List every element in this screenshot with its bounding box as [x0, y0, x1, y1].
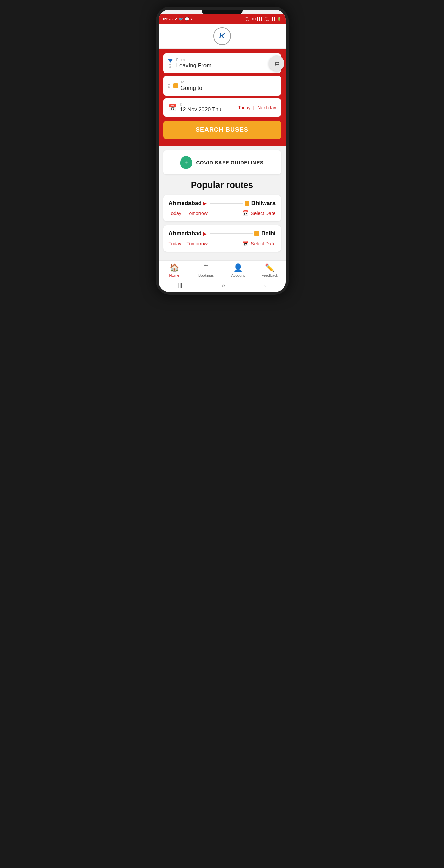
date-label: Date	[180, 102, 221, 107]
status-battery: 🔋	[277, 17, 281, 21]
logo-letter: K	[219, 32, 225, 41]
status-signal1: ▌▌▌	[257, 17, 263, 21]
android-back-btn[interactable]: ‹	[264, 283, 266, 289]
to-card[interactable]: To Going to	[163, 76, 281, 96]
route-today-btn-2[interactable]: Today	[169, 241, 181, 246]
route-from-2: Ahmedabad	[169, 230, 202, 237]
route-card-1[interactable]: Ahmedabad ▶ Bhilwara Today | Tomorrow 📅 …	[163, 195, 281, 221]
status-network2: Vo)LTE2	[264, 16, 271, 22]
next-day-button[interactable]: Next day	[257, 105, 276, 110]
status-dot: •	[191, 17, 192, 21]
nav-label-feedback: Feedback	[262, 273, 278, 277]
phone-notch	[202, 10, 243, 14]
search-buses-button[interactable]: SEARCH BUSES	[163, 121, 281, 139]
from-card[interactable]: From Leaving From ⇅	[163, 53, 281, 73]
nav-label-home: Home	[169, 273, 179, 277]
covid-guidelines-card[interactable]: + COVID SAFE GUIDELINES	[163, 150, 281, 174]
from-value: Leaving From	[176, 62, 212, 69]
route-select-date-1[interactable]: 📅 Select Date	[242, 210, 275, 216]
route-top-2: Ahmedabad ▶ Delhi	[169, 230, 276, 237]
app-header: K	[159, 24, 286, 49]
main-content: + COVID SAFE GUIDELINES Popular routes A…	[159, 146, 286, 260]
date-card[interactable]: 📅 Date 12 Nov 2020 Thu Today | Next day	[163, 98, 281, 117]
app-logo: K	[213, 27, 231, 45]
route-sep-1: |	[183, 211, 185, 216]
route-line-2	[210, 233, 253, 234]
route-dates-2: Today | Tomorrow	[169, 241, 208, 246]
route-sep-2: |	[183, 241, 185, 246]
account-icon: 👤	[233, 263, 243, 272]
status-right: Vo)LTE1 4G ▌▌▌ Vo)LTE2 ▌▌ 🔋	[245, 16, 281, 22]
status-4g: 4G	[252, 17, 256, 21]
nav-item-home[interactable]: 🏠 Home	[159, 263, 191, 277]
android-recent-btn[interactable]: |||	[178, 283, 182, 289]
route-from-1: Ahmedabad	[169, 200, 202, 207]
route-select-date-label-1: Select Date	[251, 211, 275, 216]
route-arrow-1: ▶	[203, 200, 207, 206]
status-bar: 09:28 ✔ 🐦 💬 • Vo)LTE1 4G ▌▌▌ Vo)LTE2 ▌▌ …	[159, 14, 286, 24]
android-home-btn[interactable]: ○	[221, 283, 225, 289]
from-dots	[169, 64, 171, 68]
route-calendar-icon-2: 📅	[242, 240, 249, 247]
to-value: Going to	[181, 85, 202, 92]
route-select-date-label-2: Select Date	[251, 241, 275, 246]
status-twitter-icon: 🐦	[179, 17, 183, 21]
swap-button[interactable]: ⇅	[269, 55, 284, 71]
date-actions: Today | Next day	[238, 105, 276, 110]
today-button[interactable]: Today	[238, 105, 250, 110]
status-left: 09:28 ✔ 🐦 💬 •	[163, 17, 192, 21]
date-divider: |	[253, 105, 255, 110]
route-bottom-1: Today | Tomorrow 📅 Select Date	[169, 210, 276, 216]
route-tomorrow-btn-1[interactable]: Tomorrow	[187, 211, 208, 216]
nav-label-account: Account	[231, 273, 245, 277]
feedback-icon: ✏️	[265, 263, 274, 272]
covid-text: COVID SAFE GUIDELINES	[196, 160, 263, 165]
bookings-icon: 🗒	[202, 263, 210, 272]
route-to-square-2	[254, 231, 259, 236]
date-left: 📅 Date 12 Nov 2020 Thu	[168, 102, 221, 113]
route-calendar-icon-1: 📅	[242, 210, 249, 216]
android-nav-bar: ||| ○ ‹	[159, 279, 286, 292]
bottom-nav: 🏠 Home 🗒 Bookings 👤 Account ✏️ Feedback	[159, 260, 286, 279]
status-signal2: ▌▌	[272, 17, 276, 21]
route-bottom-2: Today | Tomorrow 📅 Select Date	[169, 240, 276, 247]
hamburger-menu[interactable]	[164, 34, 171, 38]
nav-label-bookings: Bookings	[198, 273, 214, 277]
route-card-2[interactable]: Ahmedabad ▶ Delhi Today | Tomorrow 📅 Sel…	[163, 225, 281, 252]
from-triangle-icon	[168, 59, 173, 63]
route-line-1	[210, 203, 243, 204]
phone-frame: 09:28 ✔ 🐦 💬 • Vo)LTE1 4G ▌▌▌ Vo)LTE2 ▌▌ …	[156, 7, 289, 295]
to-square-icon	[173, 83, 178, 88]
home-icon: 🏠	[170, 263, 179, 272]
route-to-1: Bhilwara	[251, 200, 276, 207]
to-label: To	[181, 80, 202, 84]
route-dates-1: Today | Tomorrow	[169, 211, 208, 216]
route-top-1: Ahmedabad ▶ Bhilwara	[169, 200, 276, 207]
from-label: From	[176, 58, 212, 62]
nav-item-bookings[interactable]: 🗒 Bookings	[190, 263, 222, 277]
hamburger-line-3	[164, 38, 171, 38]
swap-icon: ⇅	[273, 61, 280, 66]
status-network1: Vo)LTE1	[245, 16, 251, 22]
date-value: 12 Nov 2020 Thu	[180, 107, 221, 113]
shield-plus: +	[184, 159, 188, 166]
hamburger-line-1	[164, 34, 171, 34]
status-msg-icon: 💬	[185, 17, 190, 21]
search-section: From Leaving From ⇅ To Going to	[159, 49, 286, 146]
nav-item-account[interactable]: 👤 Account	[222, 263, 254, 277]
to-dots-icon	[168, 84, 170, 88]
route-to-2: Delhi	[261, 230, 276, 237]
route-select-date-2[interactable]: 📅 Select Date	[242, 240, 275, 247]
calendar-icon: 📅	[168, 103, 177, 112]
nav-item-feedback[interactable]: ✏️ Feedback	[254, 263, 286, 277]
route-arrow-2: ▶	[203, 231, 207, 236]
route-today-btn-1[interactable]: Today	[169, 211, 181, 216]
hamburger-line-2	[164, 36, 171, 36]
status-time: 09:28	[163, 17, 173, 21]
popular-routes-heading: Popular routes	[163, 180, 281, 190]
route-tomorrow-btn-2[interactable]: Tomorrow	[187, 241, 208, 246]
covid-shield-icon: +	[180, 156, 192, 169]
route-to-square-1	[245, 201, 249, 206]
status-check-icon: ✔	[174, 17, 177, 21]
